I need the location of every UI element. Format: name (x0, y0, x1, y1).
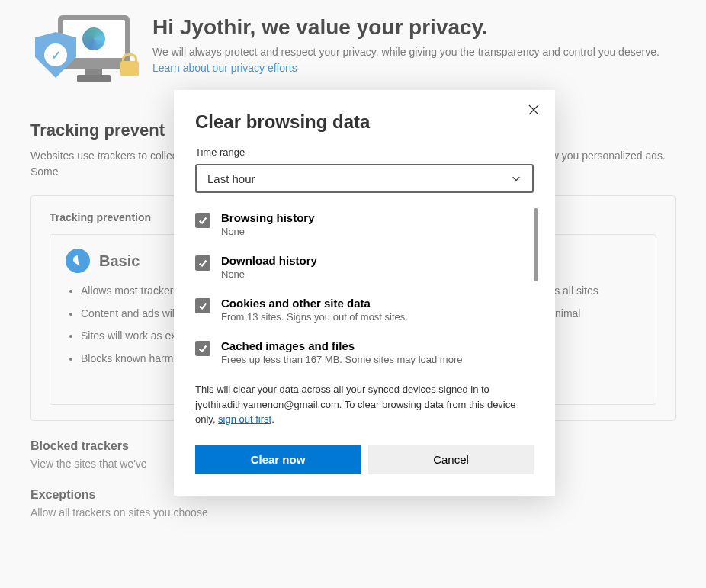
option-desc: From 13 sites. Signs you out of most sit… (221, 311, 408, 323)
chevron-down-icon (511, 173, 521, 184)
option-title: Cached images and files (221, 339, 462, 352)
sign-out-first-link[interactable]: sign out first (218, 413, 271, 425)
time-range-label: Time range (174, 146, 555, 164)
time-range-value: Last hour (207, 172, 255, 185)
cancel-button[interactable]: Cancel (368, 445, 534, 474)
checkbox-download-history[interactable] (195, 255, 210, 271)
option-desc: Frees up less than 167 MB. Some sites ma… (221, 354, 462, 365)
clear-browsing-data-dialog: Clear browsing data Time range Last hour… (174, 90, 555, 496)
close-icon[interactable] (526, 102, 541, 117)
checkbox-browsing-history[interactable] (195, 213, 210, 228)
sync-note: This will clear your data across all you… (174, 382, 555, 427)
dialog-title: Clear browsing data (174, 111, 555, 146)
time-range-select[interactable]: Last hour (195, 164, 534, 193)
clear-now-button[interactable]: Clear now (195, 445, 361, 474)
option-title: Download history (221, 254, 317, 267)
checkbox-cached[interactable] (195, 341, 210, 356)
option-desc: None (221, 268, 317, 280)
option-title: Cookies and other site data (221, 297, 408, 310)
option-desc: None (221, 226, 315, 237)
scrollbar[interactable] (534, 208, 538, 281)
checkbox-cookies[interactable] (195, 298, 210, 313)
options-list[interactable]: Browsing history None Download history N… (174, 205, 555, 365)
option-title: Browsing history (221, 211, 315, 224)
